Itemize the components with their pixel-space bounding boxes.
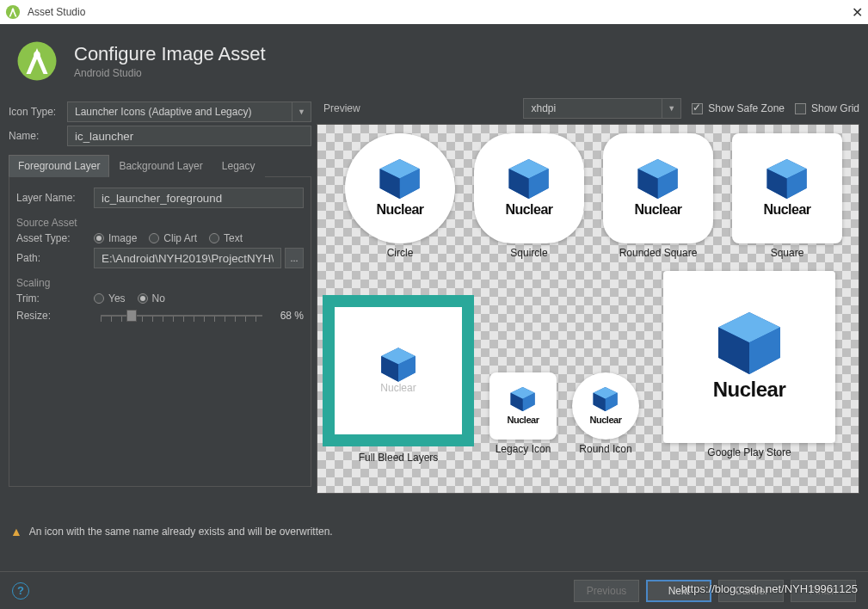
slider-thumb-icon[interactable]	[126, 310, 137, 322]
path-label: Path:	[16, 252, 94, 264]
svg-point-6	[12, 9, 15, 11]
name-label: Name:	[9, 130, 67, 142]
preview-circle: Nuclear Circle	[342, 133, 459, 259]
path-input[interactable]	[94, 248, 281, 268]
layer-name-label: Layer Name:	[16, 192, 94, 204]
watermark-text: https://blog.csdn.net/NYH19961125	[681, 582, 858, 595]
asset-type-clipart-radio[interactable]: Clip Art	[149, 232, 197, 244]
preview-canvas: Nuclear Circle Nuclear Squircle Nuclear …	[317, 124, 859, 494]
title-bar: Asset Studio ✕	[0, 0, 868, 24]
chevron-down-icon: ▼	[662, 99, 680, 118]
icon-type-label: Icon Type:	[9, 106, 67, 118]
browse-button[interactable]: ...	[285, 248, 304, 268]
tab-background[interactable]: Background Layer	[109, 155, 212, 177]
resize-label: Resize:	[16, 310, 94, 322]
preview-squircle: Nuclear Squircle	[471, 133, 588, 259]
wizard-header: Configure Image Asset Android Studio	[0, 24, 868, 98]
close-icon[interactable]: ✕	[852, 4, 863, 21]
layer-name-input[interactable]	[94, 188, 304, 208]
trim-yes-radio[interactable]: Yes	[94, 292, 126, 304]
preview-rounded-square: Nuclear Rounded Square	[600, 133, 717, 259]
android-studio-logo-icon	[15, 40, 58, 83]
svg-point-8	[34, 52, 40, 58]
safe-zone-checkbox[interactable]: Show Safe Zone	[692, 102, 785, 114]
android-studio-icon	[5, 4, 21, 20]
resize-value: 68 %	[269, 310, 304, 322]
svg-point-7	[18, 42, 57, 81]
layer-tabs: Foreground Layer Background Layer Legacy	[9, 155, 311, 177]
previous-button[interactable]: Previous	[574, 580, 639, 602]
icon-type-value: Launcher Icons (Adaptive and Legacy)	[75, 106, 251, 118]
page-subtitle: Android Studio	[74, 67, 266, 79]
window-title: Asset Studio	[28, 6, 85, 18]
asset-type-text-radio[interactable]: Text	[209, 232, 243, 244]
show-grid-checkbox[interactable]: Show Grid	[795, 102, 859, 114]
preview-legacy-icon: Nuclear Legacy Icon	[486, 372, 560, 455]
page-title: Configure Image Asset	[74, 43, 266, 65]
foreground-panel: Layer Name: Source Asset Asset Type: Ima…	[9, 177, 311, 487]
preview-label: Preview	[323, 102, 360, 114]
warning-icon: ▲	[10, 525, 22, 538]
scaling-section: Scaling	[16, 277, 304, 289]
svg-point-5	[6, 5, 20, 19]
preview-round-icon: Nuclear Round Icon	[569, 372, 643, 455]
tab-foreground[interactable]: Foreground Layer	[9, 155, 109, 177]
preview-square: Nuclear Square	[729, 133, 846, 259]
asset-type-label: Asset Type:	[16, 232, 94, 244]
resize-slider[interactable]	[101, 308, 262, 323]
tab-legacy[interactable]: Legacy	[212, 155, 265, 177]
help-button[interactable]: ?	[12, 582, 29, 600]
warning-message: ▲ An icon with the same name already exi…	[0, 511, 868, 538]
trim-label: Trim:	[16, 292, 94, 304]
name-input[interactable]	[67, 126, 311, 146]
trim-no-radio[interactable]: No	[138, 292, 165, 304]
preview-full-bleed: Nuclear Full Bleed Layers	[323, 295, 474, 464]
source-asset-section: Source Asset	[16, 217, 304, 229]
asset-type-image-radio[interactable]: Image	[94, 232, 137, 244]
density-dropdown[interactable]: xhdpi ▼	[523, 98, 681, 119]
icon-type-dropdown[interactable]: Launcher Icons (Adaptive and Legacy) ▼	[67, 102, 311, 122]
chevron-down-icon: ▼	[292, 102, 311, 121]
preview-play-store: Nuclear Google Play Store	[658, 271, 840, 458]
